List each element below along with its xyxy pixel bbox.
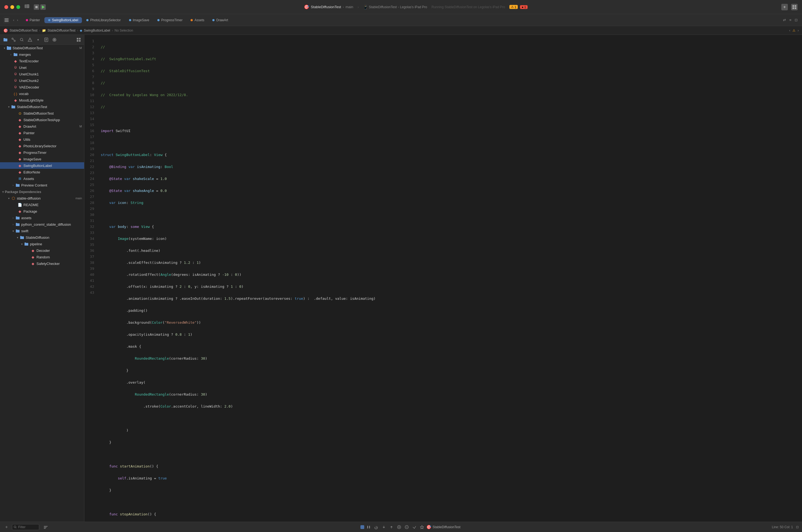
nav-arrows: ‹ › xyxy=(12,17,19,23)
svg-rect-13 xyxy=(7,20,8,21)
tree-item-painter[interactable]: › ◆ Painter xyxy=(0,130,84,136)
tree-item-stablediffusiontest-sub[interactable]: ▾ StableDiffusionTest xyxy=(0,103,84,110)
tab-painter[interactable]: Painter xyxy=(22,17,44,23)
pause-button[interactable] xyxy=(365,524,372,530)
breadcrumb-folder[interactable]: StableDiffusionTest xyxy=(47,28,76,32)
code-area[interactable]: 12345 678910 1112131415 1617181920 21222… xyxy=(84,35,802,522)
tree-item-unetchunk1[interactable]: › Ü UnetChunk1 xyxy=(0,71,84,77)
statusbar-source-btn[interactable] xyxy=(42,524,49,530)
project-run-name: StableDiffusionTest xyxy=(433,525,461,529)
tab-drawart[interactable]: DrawArt xyxy=(209,17,232,23)
nav-forward-button[interactable]: › xyxy=(16,17,19,23)
sidebar-btn-search[interactable] xyxy=(19,37,25,43)
step-out-button[interactable] xyxy=(388,524,395,530)
tree-item-utils[interactable]: › ◆ Utils xyxy=(0,136,84,142)
editor-settings-button[interactable]: ⊡ xyxy=(796,525,799,529)
statusbar-add-button[interactable]: + xyxy=(3,524,10,530)
breadcrumb-nav-left[interactable]: ‹ xyxy=(789,28,790,32)
svg-point-21 xyxy=(30,40,30,41)
swift-icon: ◆ xyxy=(13,98,18,103)
add-exception-button[interactable] xyxy=(396,524,402,530)
stop-button[interactable] xyxy=(34,4,39,10)
close-button[interactable] xyxy=(4,5,8,9)
tree-item-drawart[interactable]: › ◆ DrawArt M xyxy=(0,123,84,130)
breadcrumb-project[interactable]: StableDiffusionTest xyxy=(9,28,38,32)
breakpoints-button[interactable] xyxy=(403,524,410,530)
tree-item-decoder[interactable]: › ◆ Decoder xyxy=(0,247,84,254)
tree-item-photolibraryselector[interactable]: › ◆ PhotoLibrarySelector xyxy=(0,142,84,149)
step-over-button[interactable] xyxy=(373,524,380,530)
warning-badge[interactable]: ⚠ 1 xyxy=(509,5,518,9)
tab-imagesave[interactable]: ImageSave xyxy=(125,17,153,23)
project-run-badge[interactable]: 🎯 StableDiffusionTest xyxy=(426,525,461,530)
section-package-dependencies[interactable]: ▾ Package Dependencies xyxy=(0,188,84,195)
maximize-button[interactable] xyxy=(16,5,20,9)
tree-item-python-coreml[interactable]: › python_coreml_stable_diffusion xyxy=(0,221,84,228)
tree-item-root[interactable]: ▾ StableDiffusionTest M xyxy=(0,45,84,51)
section-label: Package Dependencies xyxy=(5,190,41,194)
breadcrumb-warning-icon[interactable]: ⚠ xyxy=(793,28,796,32)
tree-label: DrawArt xyxy=(23,125,78,129)
tree-item-swingbuttonlabel[interactable]: › ◆ SwingButtonLabel xyxy=(0,162,84,169)
sidebar-btn-source[interactable] xyxy=(10,37,17,43)
list-layout-button[interactable]: ≡ xyxy=(788,17,793,23)
statusbar-left: + xyxy=(3,524,49,530)
tab-progresstimer[interactable]: ProgressTimer xyxy=(154,17,186,23)
swift-icon: ◆ xyxy=(17,137,22,142)
error-badge[interactable]: ● 1 xyxy=(520,5,528,9)
tree-item-vocab[interactable]: › (·) vocab xyxy=(0,90,84,97)
tree-item-assets[interactable]: › ⊞ Assets xyxy=(0,175,84,182)
tree-item-editornote[interactable]: › ◆ EditorNote xyxy=(0,169,84,175)
tree-item-assets-folder[interactable]: › assets xyxy=(0,214,84,221)
tree-item-pipeline[interactable]: ▾ pipeline xyxy=(0,241,84,247)
breadcrumb-file[interactable]: SwingButtonLabel xyxy=(84,28,110,32)
tree-item-readme[interactable]: › 📄 README xyxy=(0,202,84,208)
tree-item-progresstimer[interactable]: › ◆ ProgressTimer xyxy=(0,149,84,156)
grid-view-button[interactable] xyxy=(3,17,10,23)
sidebar-toggle-button[interactable] xyxy=(24,4,30,8)
sidebar-btn-breakpoint[interactable] xyxy=(35,37,41,43)
tree-item-safetychecker[interactable]: › ◆ SafetyChecker xyxy=(0,260,84,267)
step-into-button[interactable] xyxy=(381,524,387,530)
canvas-button[interactable]: ⊡ xyxy=(794,17,799,23)
svg-rect-3 xyxy=(27,7,29,8)
tree-item-preview-content[interactable]: › Preview Content xyxy=(0,182,84,188)
tree-item-moodlightstyle[interactable]: › ◆ MoodLightStyle xyxy=(0,97,84,103)
tree-item-package[interactable]: › ◆ Package xyxy=(0,208,84,214)
tree-item-target[interactable]: › ⊙ StableDiffusionTest xyxy=(0,110,84,116)
tree-item-imagesave[interactable]: › ◆ ImageSave xyxy=(0,156,84,162)
sidebar-btn-report[interactable] xyxy=(43,37,50,43)
swift-icon: ◆ xyxy=(31,261,35,266)
tab-assets[interactable]: Assets xyxy=(187,17,208,23)
tree-item-app[interactable]: › ◆ StableDiffusionTestApp xyxy=(0,116,84,123)
sidebar-btn-warning[interactable] xyxy=(27,37,33,43)
tree-item-swift[interactable]: ▾ swift xyxy=(0,228,84,234)
sidebar-btn-folder[interactable] xyxy=(2,37,9,43)
breadcrumb-selection[interactable]: No Selection xyxy=(115,28,133,32)
tree-item-vaedecoder[interactable]: › Ü VAEDecoder xyxy=(0,84,84,90)
run-button[interactable] xyxy=(40,4,46,10)
tree-item-stable-diffusion[interactable]: ▾ ⬡ stable-diffusion main xyxy=(0,195,84,202)
tree-label: TextEncoder xyxy=(19,59,82,63)
minimize-button[interactable] xyxy=(10,5,14,9)
tree-item-unet[interactable]: › Ü Unet xyxy=(0,64,84,71)
tree-item-stablediffusion-sub[interactable]: ▾ StableDiffusion xyxy=(0,234,84,241)
tree-item-textencoder[interactable]: › ◆ TextEncoder xyxy=(0,58,84,64)
sidebar-btn-view[interactable] xyxy=(75,37,82,43)
tree-label: python_coreml_stable_diffusion xyxy=(21,223,82,227)
location-button[interactable] xyxy=(419,524,425,530)
sidebar-btn-target[interactable] xyxy=(51,37,58,43)
sidebar-filter-input[interactable] xyxy=(12,524,39,530)
breadcrumb-nav-right[interactable]: › xyxy=(798,28,799,32)
add-button[interactable]: + xyxy=(781,4,788,10)
split-editor-button[interactable]: ⇄ xyxy=(782,17,787,23)
nav-back-button[interactable]: ‹ xyxy=(12,17,15,23)
tree-item-random[interactable]: › ◆ Random xyxy=(0,254,84,260)
folder-icon xyxy=(15,183,20,188)
tree-item-unetchunk2[interactable]: › Ü UnetChunk2 xyxy=(0,77,84,84)
tab-photolibraryselector[interactable]: PhotoLibrarySelector xyxy=(82,17,125,23)
layout-button[interactable] xyxy=(791,4,798,10)
tab-swingbuttonlabel[interactable]: SwingButtonLabel xyxy=(44,17,82,23)
clear-button[interactable] xyxy=(411,524,418,530)
tree-item-merges[interactable]: › merges xyxy=(0,51,84,58)
